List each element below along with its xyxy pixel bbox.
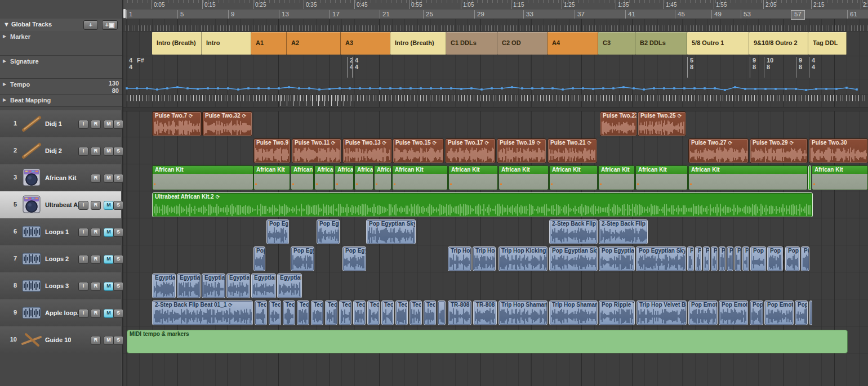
track-header-african-kit[interactable]: 3 African KitRMS — [0, 164, 121, 192]
region[interactable] — [808, 165, 811, 190]
tempo-curve[interactable] — [122, 79, 868, 95]
region[interactable]: African Kit — [549, 165, 598, 190]
solo-button[interactable]: S — [113, 336, 123, 345]
track-name[interactable]: Didj 2 — [45, 147, 62, 154]
bar-ruler[interactable]: 15913172125293337414549535761 — [122, 10, 868, 19]
region[interactable]: Egyptian — [202, 273, 225, 298]
region[interactable]: Tec — [424, 300, 436, 325]
marker-region[interactable]: C3 — [598, 32, 635, 55]
marker-region[interactable]: Intro (Breath) — [390, 32, 446, 55]
marker-region[interactable]: B2 DDLs — [635, 32, 687, 55]
region[interactable]: Pulse Two.21⟳ — [547, 138, 597, 163]
region[interactable]: TR-808 — [448, 300, 471, 325]
mute-button[interactable]: M — [104, 228, 114, 237]
region[interactable]: Pulse Two.13⟳ — [342, 138, 392, 163]
disclosure-closed-icon[interactable]: ▶ — [3, 82, 6, 87]
mute-button[interactable]: M — [104, 201, 114, 210]
region[interactable]: Pop Egy — [342, 246, 366, 271]
region[interactable]: P — [695, 246, 702, 271]
input-monitor-button[interactable]: I — [78, 120, 88, 129]
region[interactable]: Tec — [381, 300, 394, 325]
playhead-handle[interactable] — [123, 9, 126, 18]
input-monitor-button[interactable]: I — [78, 255, 88, 264]
region[interactable]: Egyptian — [226, 273, 250, 298]
region[interactable]: Egyptian — [177, 273, 201, 298]
track-name[interactable]: Apple loop... — [45, 309, 82, 316]
region[interactable]: African Kit — [812, 165, 868, 190]
track-header-loops-2[interactable]: 7 Loops 2IRMS — [0, 245, 121, 273]
region[interactable]: P — [735, 246, 741, 271]
solo-button[interactable]: S — [113, 309, 123, 318]
region[interactable]: Trip Hop Velvet B — [636, 300, 687, 325]
input-monitor-button[interactable]: I — [78, 147, 88, 156]
mute-button[interactable]: M — [104, 336, 114, 345]
region[interactable]: African Kit — [635, 165, 688, 190]
track-header-didj-1[interactable]: 1 Didj 1IRMS — [0, 110, 121, 138]
region[interactable]: Pop — [801, 246, 809, 271]
region[interactable]: Egyptian — [152, 273, 176, 298]
marker-region[interactable]: A3 — [341, 32, 390, 55]
region[interactable]: Pop Egy — [291, 246, 314, 271]
region[interactable]: Tec — [409, 300, 422, 325]
track-name[interactable]: Guide 10 — [45, 336, 71, 343]
region[interactable]: Pulse Two.17⟳ — [445, 138, 496, 163]
region[interactable]: Ultrabeat African Kit.2⟳ — [152, 192, 813, 217]
mute-button[interactable]: M — [104, 147, 114, 156]
region[interactable]: Pop Egyptian — [599, 246, 635, 271]
marker-region[interactable]: C2 OD — [497, 32, 547, 55]
track-name[interactable]: Loops 2 — [45, 255, 69, 262]
region[interactable]: Pop Egyptian Sky — [366, 219, 416, 244]
global-row-signature[interactable]: ▶ Signature — [0, 56, 122, 79]
input-monitor-button[interactable]: I — [78, 309, 88, 318]
region[interactable]: Pulse Two.9 — [253, 138, 291, 163]
region[interactable]: Trip Hop Shaman — [549, 300, 598, 325]
disclosure-closed-icon[interactable]: ▶ — [3, 59, 6, 64]
region[interactable]: 2-Step Back Flip E — [599, 219, 648, 244]
region[interactable]: African Kit — [152, 165, 253, 190]
region[interactable]: Tec — [269, 300, 281, 325]
time-signature[interactable]: 44 — [127, 57, 132, 78]
region[interactable]: Tec — [283, 300, 295, 325]
region[interactable]: Egyptian — [277, 273, 302, 298]
solo-button[interactable]: S — [113, 228, 123, 237]
time-signature[interactable]: 44 — [809, 57, 815, 78]
time-signature[interactable]: 108 — [764, 57, 773, 78]
region[interactable]: Pop — [795, 300, 808, 325]
solo-button[interactable]: S — [113, 147, 123, 156]
record-button[interactable]: R — [91, 309, 101, 318]
track-header-apple-loop-[interactable]: 9 Apple loop...IRMS — [0, 299, 121, 327]
region[interactable]: Pulse Two.7⟳ — [152, 111, 202, 136]
region[interactable]: African Kit — [314, 165, 334, 190]
marker-region[interactable]: 9&10/8 Outro 2 — [749, 32, 808, 55]
track-name[interactable]: Loops 1 — [45, 228, 69, 235]
region[interactable]: Tec — [311, 300, 323, 325]
region[interactable]: Pulse Two.23⟳ — [600, 111, 637, 136]
mute-button[interactable]: M — [104, 282, 114, 291]
add-global-track-set-button[interactable]: +▣ — [102, 20, 118, 30]
region[interactable]: Tec — [395, 300, 408, 325]
track-name[interactable]: African Kit — [45, 174, 77, 181]
track-name[interactable]: Ultrabeat A... — [45, 201, 83, 208]
region[interactable]: MIDI tempo & markers — [127, 330, 848, 353]
time-signature[interactable]: 44 — [352, 57, 358, 78]
region[interactable]: Pulse Two.29⟳ — [750, 138, 808, 163]
input-monitor-button[interactable]: I — [78, 201, 88, 210]
region[interactable]: African Kit — [253, 165, 290, 190]
solo-button[interactable]: S — [113, 282, 123, 291]
region[interactable]: Pulse Two.15⟳ — [393, 138, 444, 163]
region[interactable]: 2-Step Back Flip I — [549, 219, 598, 244]
record-button[interactable]: R — [91, 201, 101, 210]
marker-region[interactable]: A2 — [287, 32, 341, 55]
marker-region[interactable]: Tag DDL — [808, 32, 847, 55]
record-button[interactable]: R — [91, 174, 101, 183]
add-global-track-button[interactable]: + — [83, 20, 98, 30]
region[interactable]: African Kit — [374, 165, 391, 190]
record-button[interactable]: R — [91, 147, 101, 156]
region[interactable]: Trip Hop — [448, 246, 471, 271]
region[interactable]: Pop Egy — [266, 219, 289, 244]
track-name[interactable]: Loops 3 — [45, 282, 69, 289]
solo-button[interactable]: S — [113, 201, 123, 210]
region[interactable]: Pop Emoti — [764, 300, 794, 325]
solo-button[interactable]: S — [113, 174, 123, 183]
region[interactable]: Pop Egyptian Sky — [636, 246, 686, 271]
